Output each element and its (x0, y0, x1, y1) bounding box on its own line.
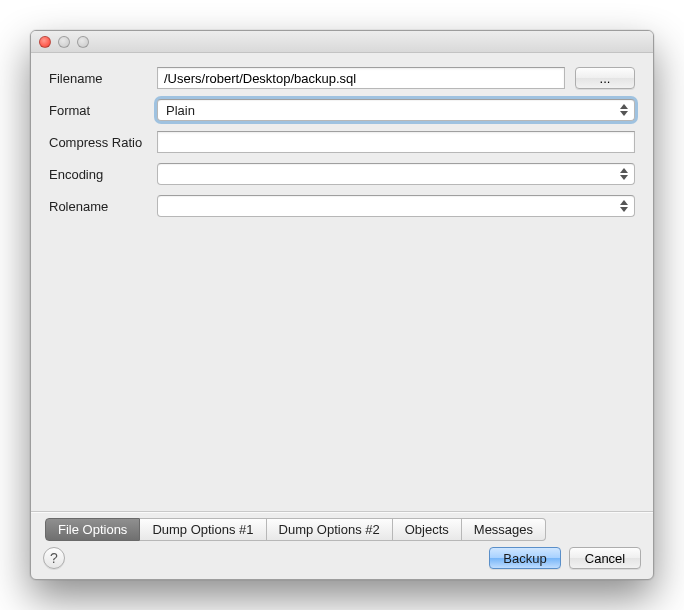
format-row: Format Plain (49, 99, 635, 121)
tab-dump-options-1[interactable]: Dump Options #1 (140, 518, 266, 541)
dialog-content: Filename ... Format Plain Compress Ratio… (31, 53, 653, 511)
encoding-row: Encoding (49, 163, 635, 185)
format-value: Plain (166, 103, 195, 118)
format-select[interactable]: Plain (157, 99, 635, 121)
compress-row: Compress Ratio (49, 131, 635, 153)
compress-input[interactable] (157, 131, 635, 153)
backup-dialog-window: Filename ... Format Plain Compress Ratio… (30, 30, 654, 580)
rolename-label: Rolename (49, 199, 157, 214)
tab-file-options[interactable]: File Options (45, 518, 140, 541)
tab-objects[interactable]: Objects (393, 518, 462, 541)
filename-label: Filename (49, 71, 157, 86)
filename-row: Filename ... (49, 67, 635, 89)
rolename-row: Rolename (49, 195, 635, 217)
rolename-select[interactable] (157, 195, 635, 217)
tab-dump-options-2[interactable]: Dump Options #2 (267, 518, 393, 541)
help-button[interactable]: ? (43, 547, 65, 569)
backup-button[interactable]: Backup (489, 547, 561, 569)
close-icon[interactable] (39, 36, 51, 48)
footer: ? Backup Cancel (43, 547, 641, 569)
encoding-select[interactable] (157, 163, 635, 185)
browse-button[interactable]: ... (575, 67, 635, 89)
format-label: Format (49, 103, 157, 118)
compress-label: Compress Ratio (49, 135, 157, 150)
tab-messages[interactable]: Messages (462, 518, 546, 541)
zoom-icon[interactable] (77, 36, 89, 48)
encoding-label: Encoding (49, 167, 157, 182)
cancel-button[interactable]: Cancel (569, 547, 641, 569)
titlebar (31, 31, 653, 53)
tab-bar: File Options Dump Options #1 Dump Option… (43, 518, 641, 541)
dialog-bottom: File Options Dump Options #1 Dump Option… (31, 511, 653, 579)
minimize-icon[interactable] (58, 36, 70, 48)
filename-input[interactable] (157, 67, 565, 89)
